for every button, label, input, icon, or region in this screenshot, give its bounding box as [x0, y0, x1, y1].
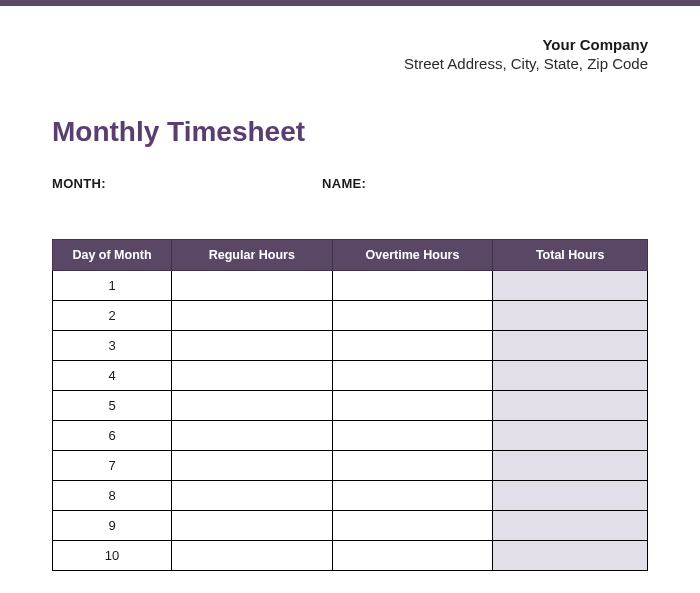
name-label: NAME:	[322, 176, 366, 191]
cell-total-hours	[493, 271, 648, 301]
cell-total-hours	[493, 361, 648, 391]
table-header-row: Day of Month Regular Hours Overtime Hour…	[53, 240, 648, 271]
cell-day: 4	[53, 361, 172, 391]
cell-overtime-hours[interactable]	[332, 541, 493, 571]
cell-total-hours	[493, 391, 648, 421]
table-row: 1	[53, 271, 648, 301]
meta-fields: MONTH: NAME:	[52, 176, 648, 191]
cell-regular-hours[interactable]	[172, 511, 333, 541]
table-row: 5	[53, 391, 648, 421]
page-title: Monthly Timesheet	[52, 116, 648, 148]
cell-day: 8	[53, 481, 172, 511]
cell-overtime-hours[interactable]	[332, 511, 493, 541]
cell-day: 5	[53, 391, 172, 421]
cell-total-hours	[493, 451, 648, 481]
cell-total-hours	[493, 511, 648, 541]
col-header-regular: Regular Hours	[172, 240, 333, 271]
cell-day: 3	[53, 331, 172, 361]
cell-regular-hours[interactable]	[172, 451, 333, 481]
cell-overtime-hours[interactable]	[332, 481, 493, 511]
col-header-total: Total Hours	[493, 240, 648, 271]
cell-total-hours	[493, 301, 648, 331]
cell-day: 9	[53, 511, 172, 541]
cell-regular-hours[interactable]	[172, 271, 333, 301]
cell-overtime-hours[interactable]	[332, 271, 493, 301]
company-name: Your Company	[52, 36, 648, 53]
cell-overtime-hours[interactable]	[332, 331, 493, 361]
table-row: 6	[53, 421, 648, 451]
cell-regular-hours[interactable]	[172, 541, 333, 571]
cell-regular-hours[interactable]	[172, 301, 333, 331]
timesheet-table: Day of Month Regular Hours Overtime Hour…	[52, 239, 648, 571]
cell-day: 6	[53, 421, 172, 451]
cell-day: 10	[53, 541, 172, 571]
table-row: 7	[53, 451, 648, 481]
cell-overtime-hours[interactable]	[332, 421, 493, 451]
company-info: Your Company Street Address, City, State…	[52, 36, 648, 72]
cell-regular-hours[interactable]	[172, 361, 333, 391]
cell-overtime-hours[interactable]	[332, 391, 493, 421]
document-page: Your Company Street Address, City, State…	[0, 6, 700, 571]
table-row: 10	[53, 541, 648, 571]
cell-total-hours	[493, 481, 648, 511]
table-row: 4	[53, 361, 648, 391]
table-row: 8	[53, 481, 648, 511]
table-row: 3	[53, 331, 648, 361]
cell-overtime-hours[interactable]	[332, 301, 493, 331]
col-header-overtime: Overtime Hours	[332, 240, 493, 271]
company-address: Street Address, City, State, Zip Code	[52, 55, 648, 72]
cell-overtime-hours[interactable]	[332, 361, 493, 391]
cell-regular-hours[interactable]	[172, 331, 333, 361]
cell-total-hours	[493, 421, 648, 451]
cell-day: 2	[53, 301, 172, 331]
cell-regular-hours[interactable]	[172, 391, 333, 421]
table-row: 2	[53, 301, 648, 331]
cell-regular-hours[interactable]	[172, 481, 333, 511]
month-label: MONTH:	[52, 176, 322, 191]
cell-total-hours	[493, 331, 648, 361]
cell-regular-hours[interactable]	[172, 421, 333, 451]
cell-day: 1	[53, 271, 172, 301]
table-row: 9	[53, 511, 648, 541]
cell-overtime-hours[interactable]	[332, 451, 493, 481]
cell-total-hours	[493, 541, 648, 571]
cell-day: 7	[53, 451, 172, 481]
col-header-day: Day of Month	[53, 240, 172, 271]
